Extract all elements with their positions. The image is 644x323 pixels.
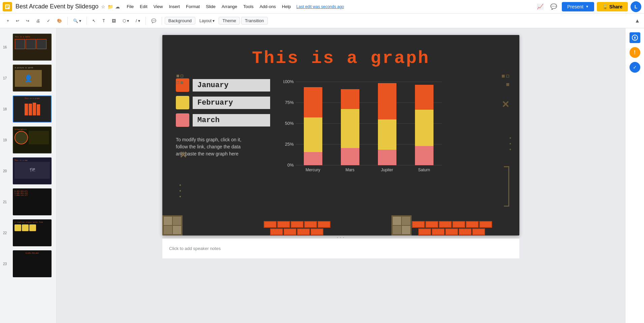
menu-slide[interactable]: Slide bbox=[203, 3, 218, 10]
slide-thumb-21[interactable]: 8,483,943,671 5,685,953,333 7,858,124,37… bbox=[13, 188, 52, 215]
menu-bar: Best Arcade Event by Slidesgo ☆ 📁 ☁ File… bbox=[0, 0, 644, 13]
legend-label-january: January bbox=[193, 79, 270, 92]
paint-format-btn[interactable]: 🎨 bbox=[54, 17, 65, 25]
y-label-0: 0% bbox=[287, 163, 294, 168]
legend-item-february: February bbox=[176, 96, 270, 109]
folder-icon[interactable]: 📁 bbox=[107, 4, 113, 9]
chart-area: 100% 75% 50% 25% 0% bbox=[284, 78, 506, 181]
bar-label-mars: Mars bbox=[346, 168, 355, 172]
background-btn[interactable]: Background bbox=[165, 17, 195, 25]
right-panel-orange-btn[interactable]: ! bbox=[630, 47, 640, 58]
menu-arrange[interactable]: Arrange bbox=[219, 3, 240, 10]
share-button[interactable]: 🔒 Share bbox=[597, 2, 628, 11]
layout-btn[interactable]: Layout ▾ bbox=[197, 17, 217, 25]
activity-icon[interactable]: 📈 bbox=[535, 1, 546, 12]
slide-thumb-17[interactable]: A picture is worth 👤 bbox=[13, 65, 52, 92]
svg-rect-3 bbox=[6, 6, 9, 7]
svg-rect-2 bbox=[6, 5, 9, 6]
legend-color-february bbox=[176, 96, 189, 109]
slide-canvas[interactable]: ▪▫▫▪ ▪▫ ▪ ✕ ✕ ●●● ●●● This is a graph bbox=[162, 35, 519, 236]
menu-insert[interactable]: Insert bbox=[166, 3, 183, 10]
stone-block-left bbox=[162, 215, 183, 236]
slide-num-18: 18 bbox=[0, 107, 7, 111]
bar-label-mercury: Mercury bbox=[305, 168, 320, 172]
slide-thumb-23[interactable]: 8,635,763,842 bbox=[13, 250, 52, 277]
cursor-btn[interactable]: ↖ bbox=[90, 17, 98, 25]
y-label-100: 100% bbox=[284, 79, 294, 84]
bar-mars-january bbox=[341, 89, 359, 109]
bar-jupiter-february bbox=[378, 119, 396, 150]
notes-placeholder: Click to add speaker notes bbox=[169, 246, 221, 251]
slide-num-22: 22 bbox=[0, 231, 7, 235]
bottom-decoration bbox=[162, 209, 519, 236]
zoom-btn[interactable]: 🔍 ▾ bbox=[70, 17, 84, 25]
slide-thumb-20[interactable]: This is a map 🗺 bbox=[13, 157, 52, 184]
print-btn[interactable]: 🖨 bbox=[33, 17, 43, 25]
sep-4 bbox=[162, 17, 162, 25]
legend-item-march: March bbox=[176, 113, 270, 127]
menu-edit[interactable]: Edit bbox=[137, 3, 150, 10]
menu-items: File Edit View Insert Format Slide Arran… bbox=[124, 3, 294, 10]
bar-mars-march bbox=[341, 148, 359, 165]
menu-help[interactable]: Help bbox=[279, 3, 294, 10]
top-right-actions: 📈 💬 Present ▼ 🔒 Share L bbox=[535, 1, 641, 12]
comment-btn[interactable]: 💬 bbox=[149, 17, 159, 25]
speaker-notes[interactable]: Click to add speaker notes bbox=[162, 238, 519, 258]
transition-btn[interactable]: Transition bbox=[241, 17, 268, 25]
shapes-btn[interactable]: ⬡ ▾ bbox=[120, 17, 132, 25]
bricks-section-2 bbox=[412, 221, 519, 236]
right-panel-explore-btn[interactable] bbox=[630, 32, 640, 43]
svg-rect-4 bbox=[6, 7, 8, 8]
x-mark-left: ✕ bbox=[179, 149, 187, 160]
textbox-btn[interactable]: T bbox=[100, 17, 107, 25]
y-label-50: 50% bbox=[285, 121, 294, 126]
chart-modification-note: To modify this graph, click on it, follo… bbox=[176, 136, 270, 157]
cloud-icon[interactable]: ☁ bbox=[115, 4, 120, 9]
line-btn[interactable]: / ▾ bbox=[133, 17, 143, 25]
image-btn[interactable]: 🖼 bbox=[109, 17, 119, 25]
slide-num-19: 19 bbox=[0, 138, 7, 142]
menu-view[interactable]: View bbox=[151, 3, 166, 10]
slide-title: This is a graph bbox=[162, 35, 519, 68]
right-panel-blue-circle-btn[interactable]: ✓ bbox=[630, 62, 640, 73]
legend-color-march bbox=[176, 113, 189, 127]
chart-svg: 100% 75% 50% 25% 0% bbox=[284, 78, 445, 179]
pixel-squares-tl: ▪▫▫▪ bbox=[176, 72, 184, 85]
sep-3 bbox=[146, 17, 146, 25]
slide-num-20: 20 bbox=[0, 169, 7, 173]
menu-tools[interactable]: Tools bbox=[240, 3, 256, 10]
stone-block-middle bbox=[391, 215, 412, 236]
redo-btn[interactable]: ↪ bbox=[23, 17, 32, 25]
last-edit-status[interactable]: Last edit was seconds ago bbox=[296, 4, 344, 9]
add-slide-btn[interactable]: + bbox=[4, 17, 12, 25]
menu-format[interactable]: Format bbox=[183, 3, 202, 10]
slide-thumb-16[interactable]: This is a table bbox=[13, 34, 52, 61]
undo-btn[interactable]: ↩ bbox=[13, 17, 22, 25]
bar-mercury-march bbox=[304, 152, 322, 165]
slide-thumb-22[interactable]: A timeline always works fine bbox=[13, 219, 52, 246]
doc-icon-group: ☆ 📁 ☁ bbox=[101, 4, 120, 9]
bar-mercury-january bbox=[304, 87, 322, 117]
chart-legend: January February March To modify this gr… bbox=[176, 78, 270, 157]
slide-thumb-19[interactable]: Infographics bbox=[13, 127, 52, 153]
slide-num-17: 17 bbox=[0, 76, 7, 80]
slide-thumb-18[interactable]: This is a graph bbox=[13, 96, 52, 122]
menu-addons[interactable]: Add-ons bbox=[257, 3, 279, 10]
star-icon[interactable]: ☆ bbox=[101, 4, 105, 9]
spellcheck-btn[interactable]: ✓ bbox=[44, 17, 53, 25]
menu-file[interactable]: File bbox=[124, 3, 136, 10]
theme-btn[interactable]: Theme bbox=[219, 17, 239, 25]
main-area: 16 This is a table 17 A picture is worth bbox=[0, 28, 644, 323]
slide-canvas-area: ▪▫▫▪ ▪▫ ▪ ✕ ✕ ●●● ●●● This is a graph bbox=[57, 28, 625, 323]
bar-saturn-february bbox=[415, 110, 433, 146]
avatar[interactable]: L bbox=[631, 1, 641, 12]
toolbar-collapse-btn[interactable]: ▲ bbox=[635, 18, 640, 24]
bar-saturn-january bbox=[415, 85, 433, 110]
present-button[interactable]: Present ▼ bbox=[562, 2, 594, 11]
slide-body: January February March To modify this gr… bbox=[162, 75, 519, 184]
bar-saturn-march bbox=[415, 146, 433, 165]
slide-num-16: 16 bbox=[0, 45, 7, 49]
comments-icon[interactable]: 💬 bbox=[548, 1, 559, 12]
bar-jupiter-january bbox=[378, 83, 396, 119]
bar-label-saturn: Saturn bbox=[418, 168, 430, 172]
